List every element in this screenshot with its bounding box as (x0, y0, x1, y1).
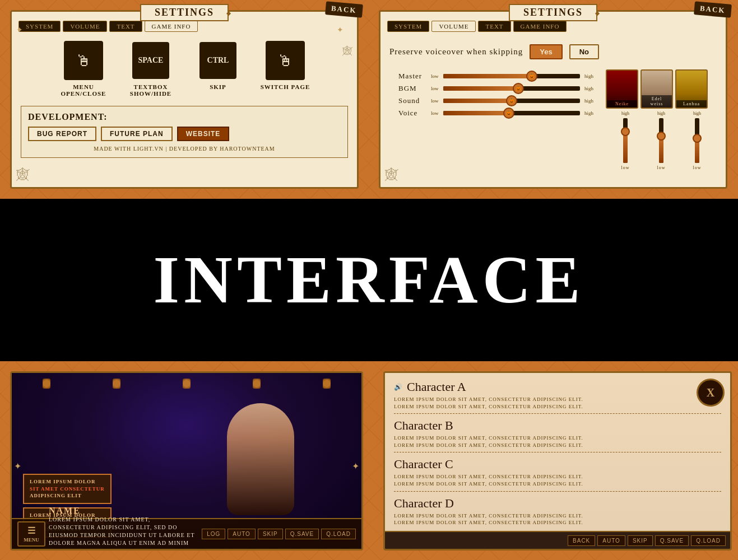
bgm-label: BGM (398, 84, 426, 93)
tab-system-right[interactable]: SYSTEM (387, 21, 429, 32)
space-key-icon: SPACE (131, 41, 170, 80)
master-high: high (584, 73, 593, 79)
dev-title: DEVELOPMENT: (28, 112, 341, 122)
control-switchpage-label: SWITCH PAGE (261, 83, 310, 90)
tab-gameinfo-right[interactable]: GAME INFO (513, 21, 567, 32)
master-thumb[interactable]: 🎃 (526, 71, 537, 82)
master-low: low (431, 73, 439, 79)
sound-track[interactable]: 🎃 (443, 99, 580, 103)
side-slider-2-low: low (657, 165, 666, 170)
char-b-name-row: Character B (394, 418, 721, 433)
side-thumb-1[interactable] (621, 127, 630, 136)
tab-system-left[interactable]: SYSTEM (18, 21, 61, 32)
interface-title: INTERFACE (154, 241, 585, 319)
side-track-1[interactable] (623, 118, 628, 163)
char-c-name: Character C (394, 457, 453, 472)
lantern-5 (323, 379, 331, 389)
menu-icon: ☰ (27, 525, 35, 536)
sound-high: high (584, 98, 593, 104)
scene-lanterns (12, 379, 361, 389)
tab-text-right[interactable]: TEXT (478, 21, 510, 32)
future-plan-button[interactable]: FUTURE PLAN (101, 127, 173, 141)
dialogue-box-1: LOREM IPSUM DOLOR SIT AMET CONSECTETUR A… (23, 474, 112, 504)
tab-gameinfo-left[interactable]: GAME INFO (145, 21, 198, 32)
char-lanhua-name: Lanhua (676, 100, 707, 108)
lantern-3 (183, 379, 191, 389)
characters-row: Neike Edelweiss Lanhua (606, 69, 717, 109)
tab-volume-right[interactable]: VOLUME (431, 21, 476, 32)
char-entry-a[interactable]: 🔊 Character A LOREM IPSUM DOLOR SIT AMET… (394, 380, 721, 414)
char-entry-c[interactable]: Character C LOREM IPSUM DOLOR SIT AMET, … (394, 457, 721, 491)
side-track-3[interactable] (695, 118, 699, 163)
sound-thumb[interactable]: 🎃 (506, 95, 517, 106)
char-c-text1: LOREM IPSUM DOLOR SIT AMET, CONSECTETUR … (394, 473, 721, 480)
tab-text-left[interactable]: TEXT (109, 21, 142, 32)
voiceover-yes-button[interactable]: Yes (530, 44, 562, 59)
char-list-panel: X 🔊 Character A LOREM IPSUM DOLOR SIT AM… (383, 371, 732, 550)
control-textbox: SPACE TEXTBOXSHOW/HIDE (120, 41, 182, 97)
main-dialogue-text: LOREM IPSUM DOLOR SIT AMET, CONSECTETUR … (49, 516, 198, 551)
game-scene: ✦ ✦ LOREM IPSUM DOLOR SIT AMET CONSECTET… (10, 371, 363, 550)
char-a-text1: LOREM IPSUM DOLOR SIT AMET, CONSECTETUR … (394, 396, 721, 403)
star-deco-tl: ✦ (16, 25, 23, 35)
voiceover-row: Preserve voiceover when skipping Yes No (389, 44, 717, 59)
tab-volume-left[interactable]: VOLUME (63, 21, 107, 32)
bottom-bar-left: ☰ MENU NAME LOREM IPSUM DOLOR SIT AMET, … (12, 518, 361, 549)
sound-low: low (431, 98, 439, 104)
voice-low: low (431, 110, 439, 116)
bottom-section: ✦ ✦ LOREM IPSUM DOLOR SIT AMET CONSECTET… (0, 361, 738, 560)
char-edelweiss-name: Edelweiss (642, 95, 672, 108)
char-entry-d[interactable]: Character D LOREM IPSUM DOLOR SIT AMET, … (394, 496, 721, 530)
char-neike-portrait[interactable]: Neike (606, 69, 638, 109)
master-track[interactable]: 🎃 (443, 74, 580, 78)
menu-button-left[interactable]: ☰ MENU (17, 521, 45, 547)
voice-fill (443, 111, 509, 115)
char-portraits-col: Neike Edelweiss Lanhua high (606, 69, 717, 170)
char-neike-name: Neike (607, 100, 637, 108)
left-settings-panel: SETTINGS BACK 🕸 🕸 ✦ ✦ SYSTEM VOLUME TEXT… (10, 10, 359, 189)
control-textbox-label: TEXTBOXSHOW/HIDE (130, 83, 171, 97)
char-edelweiss-portrait[interactable]: Edelweiss (640, 69, 673, 109)
log-button[interactable]: LOG (202, 529, 225, 539)
side-thumb-3[interactable] (693, 134, 702, 143)
made-with-text: MADE WITH LIGHT.VN | DEVELOPED BY HAROTO… (28, 146, 341, 152)
char-b-name: Character B (394, 418, 453, 433)
bug-report-button[interactable]: BUG REPORT (28, 127, 96, 141)
side-slider-1: high low (609, 111, 642, 170)
side-slider-2: high low (645, 111, 677, 170)
qload-button[interactable]: Q.LOAD (321, 529, 356, 539)
voice-high: high (584, 110, 593, 116)
voice-thumb[interactable]: 🎃 (503, 108, 514, 119)
voice-track[interactable]: 🎃 (443, 111, 580, 115)
bgm-thumb[interactable]: 🎃 (513, 83, 524, 94)
mouse-icon-menu: 🖱 (64, 41, 103, 80)
voiceover-no-button[interactable]: No (569, 44, 599, 59)
auto-button[interactable]: AUTO (228, 529, 256, 539)
voiceover-section: Preserve voiceover when skipping Yes No (380, 36, 726, 69)
sound-volume-row: Sound low 🎃 high (398, 96, 593, 105)
sound-fill (443, 99, 512, 103)
char-lanhua-portrait[interactable]: Lanhua (675, 69, 708, 109)
master-volume-row: Master low 🎃 high (398, 72, 593, 81)
master-fill (443, 74, 532, 78)
char-a-name: Character A (407, 380, 466, 394)
char-b-text1: LOREM IPSUM DOLOR SIT AMET, CONSECTETUR … (394, 435, 721, 442)
char-entry-b[interactable]: Character B LOREM IPSUM DOLOR SIT AMET, … (394, 418, 721, 452)
skip-button-left[interactable]: SKIP (258, 529, 283, 539)
website-button[interactable]: WEBSITE (177, 127, 230, 141)
middle-section: INTERFACE (0, 199, 738, 361)
side-track-2[interactable] (659, 118, 663, 163)
sound-label: Sound (398, 96, 426, 105)
lantern-1 (43, 379, 50, 389)
side-thumb-2[interactable] (657, 132, 666, 141)
voiceover-label: Preserve voiceover when skipping (389, 47, 523, 57)
control-skip-label: SKIP (210, 83, 226, 90)
char-a-name-row: 🔊 Character A (394, 380, 721, 394)
char-d-name: Character D (394, 496, 454, 511)
bgm-track[interactable]: 🎃 (443, 86, 580, 91)
bgm-volume-row: BGM low 🎃 high (398, 84, 593, 93)
main-volume-area: Master low 🎃 high BGM low 🎃 (389, 69, 602, 170)
voice-label: Voice (398, 109, 426, 118)
control-menu: 🖱 MENUOPEN/CLOSE (53, 41, 114, 97)
qsave-button[interactable]: Q.SAVE (285, 529, 319, 539)
